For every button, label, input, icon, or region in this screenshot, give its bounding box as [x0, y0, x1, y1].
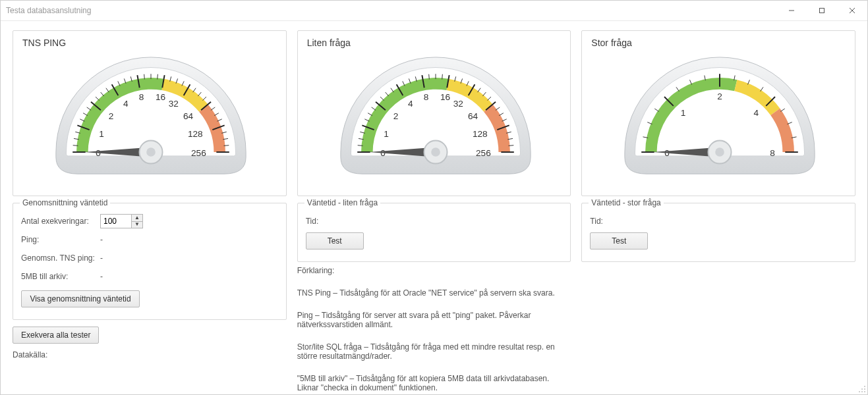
mb5-label: 5MB till arkiv:: [21, 272, 100, 281]
wait-large-legend: Väntetid - stor fråga: [589, 198, 663, 207]
tns-ping-value: -: [100, 253, 103, 263]
explain-line-sql: Stor/lite SQL fråga – Tidsåtgång för frå…: [297, 342, 571, 361]
average-wait-legend: Genomsnittning väntetid: [20, 198, 110, 207]
resize-grip-icon[interactable]: [857, 384, 866, 393]
svg-text:256: 256: [476, 148, 491, 158]
svg-text:1: 1: [384, 129, 389, 139]
svg-point-130: [861, 391, 863, 392]
svg-line-80: [508, 145, 513, 146]
svg-text:8: 8: [423, 92, 428, 102]
svg-text:1: 1: [99, 129, 104, 139]
gauge-title: Liten fråga: [307, 38, 564, 48]
gauge-small-query: 01248163264128256: [329, 56, 542, 178]
svg-text:8: 8: [770, 148, 775, 158]
svg-line-66: [428, 74, 429, 80]
mb5-value: -: [100, 272, 103, 281]
svg-text:4: 4: [754, 108, 759, 118]
gauge-tns-ping: 01248163264128256: [44, 56, 258, 178]
datasource-label: Datakälla:: [13, 350, 47, 359]
gauge-title: TNS PING: [22, 38, 279, 48]
exec-count-up-button[interactable]: ▲: [132, 215, 142, 221]
svg-point-129: [864, 391, 865, 392]
svg-text:8: 8: [138, 92, 144, 102]
svg-text:4: 4: [123, 99, 129, 109]
svg-text:128: 128: [188, 129, 203, 139]
svg-point-134: [864, 386, 865, 387]
svg-line-4: [72, 145, 78, 146]
gauge-panel-small-query: Liten fråga 01248163264128256: [297, 30, 571, 196]
window-titlebar: Testa databasanslutning: [1, 1, 867, 21]
wait-large-test-button[interactable]: Test: [590, 232, 648, 250]
svg-text:16: 16: [440, 92, 449, 102]
explain-line-tns: TNS Ping – Tidsåtgång för att Oracle "NE…: [297, 288, 571, 298]
svg-point-133: [861, 388, 863, 390]
svg-point-131: [864, 388, 865, 390]
svg-text:32: 32: [169, 99, 179, 109]
svg-text:4: 4: [408, 99, 413, 109]
wait-small-test-button[interactable]: Test: [306, 232, 364, 250]
svg-text:64: 64: [183, 111, 194, 121]
svg-text:32: 32: [453, 99, 463, 109]
svg-text:2: 2: [717, 92, 722, 101]
svg-text:64: 64: [467, 111, 478, 121]
wait-large-time-label: Tid:: [590, 217, 616, 226]
svg-text:128: 128: [472, 129, 487, 139]
gauge-large-query: 01248: [613, 56, 826, 178]
window-close-button[interactable]: [837, 1, 867, 20]
average-wait-panel: Genomsnittning väntetid Antal exekvering…: [13, 203, 287, 320]
svg-text:2: 2: [393, 111, 398, 121]
ping-label: Ping:: [21, 235, 100, 244]
explain-head: Förklaring:: [297, 266, 571, 275]
exec-count-label: Antal exekveringar:: [21, 217, 100, 226]
svg-text:1: 1: [681, 108, 686, 118]
gauge-title: Stor fråga: [591, 38, 848, 48]
exec-count-down-button[interactable]: ▼: [132, 221, 142, 228]
explain-line-5mb: "5MB till arkiv" – Tidsåtgång för att ko…: [297, 374, 571, 392]
svg-rect-1: [820, 9, 825, 13]
run-all-tests-button[interactable]: Exekvera alla tester: [13, 327, 99, 344]
window-minimize-button[interactable]: [776, 1, 807, 20]
svg-point-53: [146, 147, 156, 157]
svg-text:16: 16: [156, 92, 165, 102]
ping-value: -: [100, 235, 103, 244]
window-maximize-button[interactable]: [807, 1, 837, 20]
wait-large-panel: Väntetid - stor fråga Tid: Test: [581, 203, 855, 262]
svg-point-132: [859, 391, 860, 392]
exec-count-input[interactable]: [101, 215, 131, 228]
gauge-panel-tns-ping: TNS PING 01248163264128256: [13, 30, 287, 196]
wait-small-time-label: Tid:: [306, 217, 332, 226]
svg-line-16: [144, 74, 144, 80]
tns-ping-label: Genomsn. TNS ping:: [21, 253, 100, 263]
svg-point-128: [715, 147, 724, 157]
gauge-panel-large-query: Stor fråga 01248: [581, 30, 855, 196]
wait-small-legend: Väntetid - liten fråga: [304, 198, 380, 207]
explain-line-ping: Ping – Tidsåtgång för server att svara p…: [297, 311, 571, 329]
svg-text:256: 256: [191, 148, 206, 158]
explanation-block: Förklaring: TNS Ping – Tidsåtgång för at…: [297, 266, 571, 392]
window-title: Testa databasanslutning: [6, 6, 91, 15]
svg-text:2: 2: [109, 111, 114, 121]
svg-line-54: [357, 145, 362, 146]
svg-line-18: [158, 74, 158, 80]
svg-line-30: [223, 145, 229, 146]
show-average-button[interactable]: Visa genomsnittning väntetid: [21, 290, 140, 307]
wait-small-panel: Väntetid - liten fråga Tid: Test: [297, 203, 571, 262]
svg-point-103: [431, 147, 440, 157]
svg-line-68: [442, 74, 442, 80]
